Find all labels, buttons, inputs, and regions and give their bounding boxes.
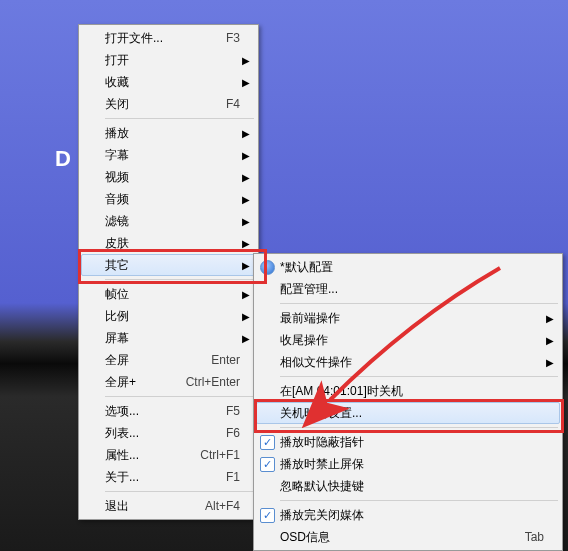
menu-item-shortcut: F1 [216, 470, 240, 484]
menu2-item-11[interactable]: OSD信息Tab [256, 526, 560, 548]
menu-item-label: 皮肤 [105, 235, 230, 252]
submenu-arrow-icon: ▶ [240, 150, 250, 161]
menu-item-shortcut: Ctrl+F1 [190, 448, 240, 462]
menu-item-label: 其它 [105, 257, 230, 274]
menu-item-label: 忽略默认快捷键 [280, 478, 534, 495]
menu-item-label: OSD信息 [280, 529, 515, 546]
menu1-item-12[interactable]: 比例▶ [81, 305, 256, 327]
menu2-item-3[interactable]: 收尾操作▶ [256, 329, 560, 351]
menu1-item-7[interactable]: 音频▶ [81, 188, 256, 210]
submenu-arrow-icon: ▶ [240, 172, 250, 183]
menu2-item-5[interactable]: 在[AM 04:01:01]时关机 [256, 380, 560, 402]
menu-item-shortcut: Alt+F4 [195, 499, 240, 513]
submenu-arrow-icon: ▶ [544, 335, 554, 346]
menu1-item-2[interactable]: 收藏▶ [81, 71, 256, 93]
menu1-item-14[interactable]: 全屏Enter [81, 349, 256, 371]
menu1-item-13[interactable]: 屏幕▶ [81, 327, 256, 349]
menu-item-label: 打开文件... [105, 30, 216, 47]
menu-item-label: 屏幕 [105, 330, 230, 347]
submenu-arrow-icon: ▶ [240, 55, 250, 66]
menu-item-label: 字幕 [105, 147, 230, 164]
menu-item-label: 比例 [105, 308, 230, 325]
menu-item-shortcut: Ctrl+Enter [176, 375, 240, 389]
submenu-arrow-icon: ▶ [240, 311, 250, 322]
menu-item-label: *默认配置 [280, 259, 534, 276]
submenu-arrow-icon: ▶ [240, 238, 250, 249]
menu2-item-8[interactable]: ✓播放时禁止屏保 [256, 453, 560, 475]
context-menu-other[interactable]: *默认配置配置管理...最前端操作▶收尾操作▶相似文件操作▶在[AM 04:01… [253, 253, 563, 551]
menu1-item-11[interactable]: 帧位▶ [81, 283, 256, 305]
background-letter: D [55, 146, 71, 172]
menu-separator [105, 396, 254, 397]
menu-item-label: 播放时禁止屏保 [280, 456, 534, 473]
menu1-item-8[interactable]: 滤镜▶ [81, 210, 256, 232]
menu-separator [105, 118, 254, 119]
submenu-arrow-icon: ▶ [544, 357, 554, 368]
menu-item-shortcut: F4 [216, 97, 240, 111]
submenu-arrow-icon: ▶ [240, 128, 250, 139]
menu-item-label: 最前端操作 [280, 310, 534, 327]
menu-item-label: 播放 [105, 125, 230, 142]
menu-item-label: 打开 [105, 52, 230, 69]
menu-item-label: 播放时隐蔽指针 [280, 434, 534, 451]
menu-item-shortcut: F3 [216, 31, 240, 45]
menu2-item-0[interactable]: *默认配置 [256, 256, 560, 278]
menu2-item-10[interactable]: ✓播放完关闭媒体 [256, 504, 560, 526]
menu-separator [105, 491, 254, 492]
menu-item-label: 音频 [105, 191, 230, 208]
menu1-item-1[interactable]: 打开▶ [81, 49, 256, 71]
menu2-item-2[interactable]: 最前端操作▶ [256, 307, 560, 329]
menu-item-shortcut: F5 [216, 404, 240, 418]
menu1-item-19[interactable]: 关于...F1 [81, 466, 256, 488]
menu-item-label: 视频 [105, 169, 230, 186]
menu-item-shortcut: Enter [201, 353, 240, 367]
menu-item-label: 退出 [105, 498, 195, 515]
menu2-item-6[interactable]: 关机时间设置... [256, 402, 560, 424]
menu-separator [280, 427, 558, 428]
menu2-item-4[interactable]: 相似文件操作▶ [256, 351, 560, 373]
menu-item-label: 相似文件操作 [280, 354, 534, 371]
checkbox-indicator: ✓ [256, 453, 278, 475]
menu-item-label: 全屏 [105, 352, 201, 369]
menu-item-label: 关于... [105, 469, 216, 486]
menu-item-shortcut: F6 [216, 426, 240, 440]
menu1-item-18[interactable]: 属性...Ctrl+F1 [81, 444, 256, 466]
menu-separator [280, 303, 558, 304]
menu1-item-9[interactable]: 皮肤▶ [81, 232, 256, 254]
menu-item-label: 关闭 [105, 96, 216, 113]
submenu-arrow-icon: ▶ [240, 194, 250, 205]
submenu-arrow-icon: ▶ [240, 333, 250, 344]
menu-item-label: 播放完关闭媒体 [280, 507, 534, 524]
checkbox-indicator: ✓ [256, 504, 278, 526]
menu-item-label: 在[AM 04:01:01]时关机 [280, 383, 534, 400]
menu-item-label: 全屏+ [105, 374, 176, 391]
menu2-item-1[interactable]: 配置管理... [256, 278, 560, 300]
submenu-arrow-icon: ▶ [240, 216, 250, 227]
checkbox-indicator: ✓ [256, 431, 278, 453]
menu1-item-17[interactable]: 列表...F6 [81, 422, 256, 444]
menu-item-label: 配置管理... [280, 281, 534, 298]
menu-item-label: 列表... [105, 425, 216, 442]
menu1-item-4[interactable]: 播放▶ [81, 122, 256, 144]
menu-item-label: 收藏 [105, 74, 230, 91]
context-menu-main[interactable]: 打开文件...F3打开▶收藏▶关闭F4播放▶字幕▶视频▶音频▶滤镜▶皮肤▶其它▶… [78, 24, 259, 520]
submenu-arrow-icon: ▶ [240, 77, 250, 88]
menu1-item-20[interactable]: 退出Alt+F4 [81, 495, 256, 517]
menu2-item-7[interactable]: ✓播放时隐蔽指针 [256, 431, 560, 453]
menu1-item-16[interactable]: 选项...F5 [81, 400, 256, 422]
menu-item-label: 关机时间设置... [280, 405, 534, 422]
menu-item-shortcut: Tab [515, 530, 544, 544]
menu1-item-3[interactable]: 关闭F4 [81, 93, 256, 115]
menu-separator [105, 279, 254, 280]
menu-item-label: 帧位 [105, 286, 230, 303]
menu1-item-0[interactable]: 打开文件...F3 [81, 27, 256, 49]
submenu-arrow-icon: ▶ [240, 260, 250, 271]
radio-indicator [256, 256, 278, 278]
menu1-item-5[interactable]: 字幕▶ [81, 144, 256, 166]
menu-separator [280, 500, 558, 501]
menu-item-label: 收尾操作 [280, 332, 534, 349]
menu1-item-10[interactable]: 其它▶ [81, 254, 256, 276]
menu1-item-15[interactable]: 全屏+Ctrl+Enter [81, 371, 256, 393]
menu1-item-6[interactable]: 视频▶ [81, 166, 256, 188]
menu2-item-9[interactable]: 忽略默认快捷键 [256, 475, 560, 497]
